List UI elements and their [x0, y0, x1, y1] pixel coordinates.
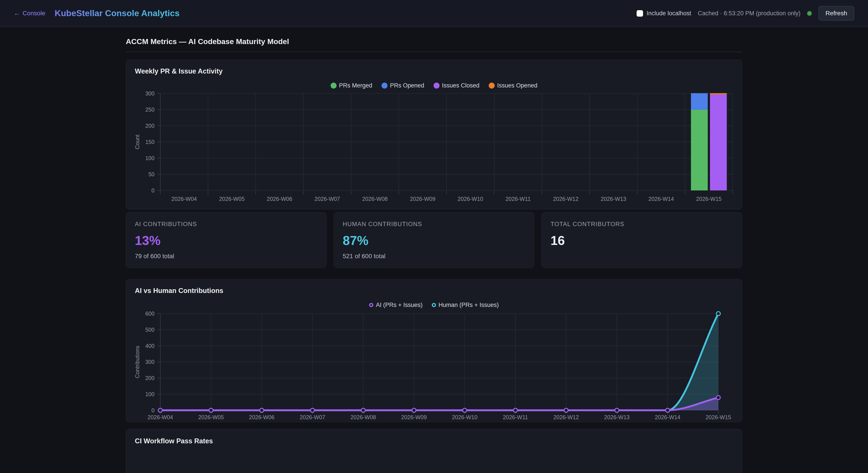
back-link-label: Console	[23, 10, 45, 17]
ci-pass-rates-title: CI Workflow Pass Rates	[126, 437, 742, 445]
x-tick-label: 2026-W08	[362, 196, 388, 202]
stat-card-ai-contributions: AI CONTRIBUTIONS 13% 79 of 600 total	[126, 212, 327, 268]
x-tick-label: 2026-W10	[458, 196, 483, 202]
x-tick-label: 2026-W15	[706, 414, 731, 420]
legend-item: Issues Closed	[434, 82, 479, 89]
y-tick-label: 300	[145, 359, 155, 365]
stat-subtext: 79 of 600 total	[135, 253, 317, 260]
console-back-link[interactable]: ← Console	[14, 10, 45, 17]
x-tick-label: 2026-W05	[198, 414, 224, 420]
legend-label: Human (PRs + Issues)	[438, 302, 499, 309]
ci-pass-rates-card: CI Workflow Pass Rates	[126, 429, 742, 473]
x-tick-label: 2026-W04	[172, 196, 197, 202]
cache-status-text: Cached · 6:53:20 PM (production only)	[698, 10, 801, 17]
y-tick-label: 150	[145, 139, 155, 145]
bar-segment-prs-opened	[691, 93, 708, 109]
include-localhost-checkbox[interactable]	[637, 10, 643, 17]
include-localhost-toggle[interactable]: Include localhost	[637, 10, 691, 17]
point-marker	[412, 408, 416, 412]
stat-value: 13%	[135, 233, 317, 248]
y-tick-label: 200	[145, 123, 155, 129]
stat-label: HUMAN CONTRIBUTIONS	[343, 221, 525, 228]
legend-item: Human (PRs + Issues)	[432, 302, 499, 309]
y-tick-label: 0	[151, 187, 155, 193]
x-tick-label: 2026-W15	[696, 196, 722, 202]
legend-item: Issues Opened	[489, 82, 537, 89]
y-tick-label: 250	[145, 106, 155, 113]
x-tick-label: 2026-W14	[655, 414, 680, 420]
x-tick-label: 2026-W04	[148, 414, 173, 420]
point-marker	[463, 408, 467, 412]
x-tick-label: 2026-W06	[249, 414, 275, 420]
x-tick-label: 2026-W11	[503, 414, 528, 420]
point-marker	[158, 408, 162, 412]
legend-ring-icon	[432, 303, 436, 307]
point-marker	[260, 408, 264, 412]
legend-label: AI (PRs + Issues)	[376, 302, 423, 309]
x-tick-label: 2026-W08	[350, 414, 376, 420]
status-dot-icon	[807, 11, 812, 16]
top-bar: ← Console KubeStellar Console Analytics …	[0, 0, 868, 27]
bar-segment-issues-opened	[710, 93, 727, 95]
y-tick-label: 100	[145, 391, 155, 397]
legend-dot-icon	[489, 83, 495, 89]
include-localhost-label: Include localhost	[647, 10, 691, 17]
point-marker	[514, 408, 518, 412]
point-marker	[361, 408, 365, 412]
stat-value: 16	[551, 233, 733, 248]
area-fill-ai	[160, 398, 718, 410]
y-tick-label: 400	[145, 343, 155, 349]
y-tick-label: 50	[148, 171, 155, 177]
x-tick-label: 2026-W12	[553, 414, 579, 420]
ai-vs-human-title: AI vs Human Contributions	[126, 287, 742, 295]
point-marker	[209, 408, 213, 412]
legend-dot-icon	[381, 83, 388, 89]
x-tick-label: 2026-W07	[314, 196, 340, 202]
y-tick-label: 200	[145, 375, 155, 381]
title-divider	[126, 52, 742, 52]
line-ai	[160, 398, 718, 410]
legend-dot-icon	[331, 83, 337, 89]
stat-value: 87%	[343, 233, 525, 248]
legend-item: AI (PRs + Issues)	[369, 302, 423, 309]
point-marker	[716, 396, 720, 400]
ai-vs-human-chart: 0100200300400500600Contributions2026-W04…	[126, 310, 742, 422]
stat-subtext	[551, 253, 733, 259]
y-tick-label: 500	[145, 327, 155, 333]
legend-ring-icon	[369, 303, 373, 307]
legend-item: PRs Merged	[331, 82, 372, 89]
x-tick-label: 2026-W12	[553, 196, 578, 202]
legend-item: PRs Opened	[381, 82, 424, 89]
point-marker	[716, 312, 720, 316]
x-tick-label: 2026-W11	[505, 196, 531, 202]
x-tick-label: 2026-W13	[601, 196, 626, 202]
ai-vs-human-card: AI vs Human Contributions AI (PRs + Issu…	[126, 279, 742, 422]
point-marker	[665, 408, 670, 412]
x-tick-label: 2026-W13	[604, 414, 629, 420]
y-tick-label: 600	[145, 311, 155, 317]
stats-row: AI CONTRIBUTIONS 13% 79 of 600 total HUM…	[126, 212, 742, 268]
weekly-activity-legend: PRs MergedPRs OpenedIssues ClosedIssues …	[126, 82, 742, 90]
bar-segment-issues-closed	[710, 95, 727, 190]
legend-label: PRs Merged	[339, 82, 372, 89]
refresh-button[interactable]: Refresh	[818, 6, 854, 21]
page-title: ACCM Metrics — AI Codebase Maturity Mode…	[126, 37, 742, 46]
legend-label: PRs Opened	[390, 82, 424, 89]
x-tick-label: 2026-W14	[648, 196, 674, 202]
x-tick-label: 2026-W09	[401, 414, 427, 420]
main-content: ACCM Metrics — AI Codebase Maturity Mode…	[126, 37, 742, 473]
x-tick-label: 2026-W10	[452, 414, 477, 420]
weekly-activity-card: Weekly PR & Issue Activity PRs MergedPRs…	[126, 60, 742, 210]
analytics-screen: ← Console KubeStellar Console Analytics …	[0, 0, 868, 473]
y-axis-title: Count	[134, 135, 141, 150]
bar-segment-prs-merged	[691, 109, 708, 190]
x-tick-label: 2026-W06	[267, 196, 292, 202]
legend-dot-icon	[434, 83, 439, 89]
stat-label: AI CONTRIBUTIONS	[135, 221, 317, 228]
x-tick-label: 2026-W07	[300, 414, 325, 420]
weekly-activity-title: Weekly PR & Issue Activity	[126, 67, 742, 75]
legend-label: Issues Closed	[442, 82, 479, 89]
y-tick-label: 300	[145, 91, 155, 97]
weekly-activity-chart: 050100150200250300Count2026-W042026-W052…	[126, 91, 742, 209]
x-tick-label: 2026-W05	[219, 196, 244, 202]
